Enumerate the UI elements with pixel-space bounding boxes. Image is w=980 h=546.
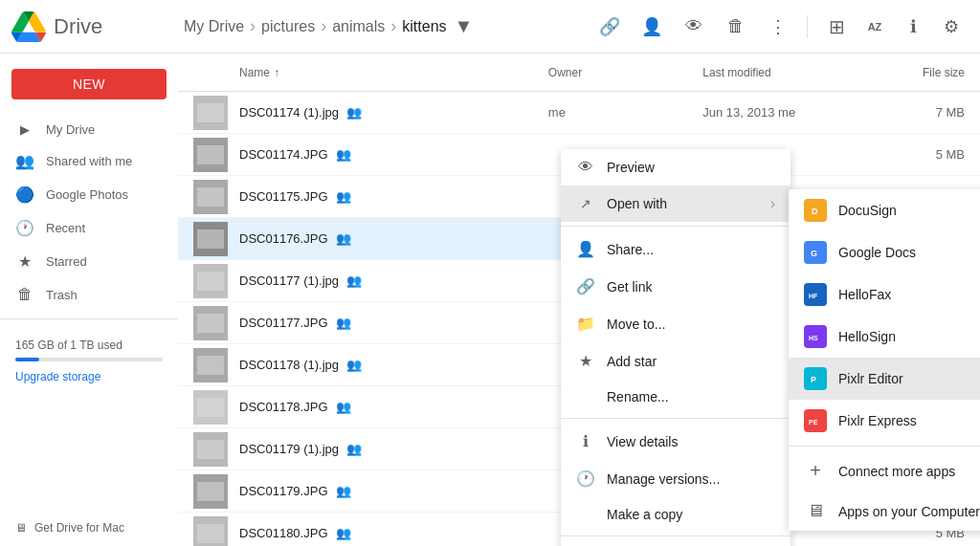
svg-text:P: P [811, 375, 816, 384]
file-thumbnail [193, 390, 228, 425]
submenu-google-docs[interactable]: G Google Docs [789, 231, 980, 273]
submenu-pixlr-editor[interactable]: P Pixlr Editor [789, 358, 980, 400]
svg-rect-15 [197, 398, 224, 417]
submenu-hellofax[interactable]: HF HelloFax [789, 273, 980, 316]
add-person-button[interactable]: 👤 [635, 10, 669, 44]
file-size: 5 MB [888, 147, 965, 162]
svg-text:HF: HF [809, 293, 818, 299]
header: Drive My Drive › pictures › animals › ki… [0, 0, 980, 54]
file-name: DSC01177.JPG [239, 316, 328, 330]
submenu-hellosign[interactable]: HS HelloSign [789, 316, 980, 358]
file-name-cell: DSC01174.JPG 👥 [239, 147, 548, 162]
sidebar-item-label-starred: Starred [46, 254, 87, 269]
ctx-manage-versions[interactable]: 🕐 Manage versions... [561, 460, 791, 497]
preview-ctx-icon: 👁 [576, 159, 595, 176]
settings-button[interactable]: ⚙ [934, 10, 969, 44]
breadcrumb-pictures[interactable]: pictures [261, 18, 315, 35]
file-name-cell: DSC01177 (1).jpg 👥 [239, 273, 548, 288]
upgrade-storage-button[interactable]: Upgrade storage [15, 370, 100, 383]
file-thumbnail [193, 138, 228, 172]
ctx-view-details[interactable]: ℹ View details [561, 423, 791, 460]
storage-section: 165 GB of 1 TB used Upgrade storage [0, 327, 178, 395]
sidebar: NEW ▶ My Drive 👥 Shared with me 🔵 Google… [0, 54, 178, 546]
get-link-ctx-icon: 🔗 [576, 277, 595, 295]
submenu-pixlr-express[interactable]: PE Pixlr Express [789, 400, 980, 442]
ctx-open-with[interactable]: ↗ Open with › [561, 186, 791, 222]
more-options-button[interactable]: ⋮ [761, 10, 795, 44]
ctx-preview[interactable]: 👁 Preview [561, 149, 791, 186]
file-list-header: Name ↑ Owner Last modified File size [178, 54, 980, 92]
link-button[interactable]: 🔗 [592, 10, 627, 44]
column-size: File size [888, 66, 965, 79]
sidebar-item-photos[interactable]: 🔵 Google Photos [0, 178, 170, 211]
svg-text:D: D [812, 207, 818, 216]
sidebar-item-label-my-drive: My Drive [46, 122, 95, 137]
breadcrumb-animals[interactable]: animals [332, 18, 385, 35]
new-button[interactable]: NEW [11, 69, 167, 99]
submenu-apps-computer[interactable]: 🖥 Apps on your Computer [789, 491, 980, 531]
shared-icon: 👥 [15, 152, 34, 170]
file-thumbnail [193, 264, 228, 298]
grid-view-button[interactable]: ⊞ [819, 10, 854, 44]
shared-indicator-icon: 👥 [346, 442, 362, 456]
submenu-connect-apps[interactable]: + Connect more apps [789, 450, 980, 491]
breadcrumb-dropdown-icon[interactable]: ▼ [455, 15, 474, 37]
svg-rect-7 [197, 229, 224, 249]
sidebar-item-starred[interactable]: ★ Starred [0, 245, 170, 278]
column-name[interactable]: Name ↑ [239, 66, 548, 79]
ctx-download[interactable]: ⬇ Download [561, 540, 791, 546]
ctx-add-star[interactable]: ★ Add star [561, 342, 791, 380]
delete-button[interactable]: 🗑 [719, 10, 753, 44]
svg-text:HS: HS [809, 335, 818, 341]
app-title: Drive [54, 14, 102, 39]
get-drive-button[interactable]: 🖥 Get Drive for Mac [0, 510, 178, 546]
file-modified: Jun 13, 2013 me [702, 105, 888, 120]
sidebar-item-shared[interactable]: 👥 Shared with me [0, 144, 170, 178]
file-name-cell: DSC01176.JPG 👥 [239, 231, 548, 246]
ctx-rename[interactable]: Rename... [561, 380, 791, 414]
sidebar-item-trash[interactable]: 🗑 Trash [0, 278, 170, 311]
ctx-share[interactable]: 👤 Share... [561, 230, 791, 268]
ctx-make-copy[interactable]: Make a copy [561, 497, 791, 532]
drive-logo-icon [11, 10, 46, 44]
submenu-docusign[interactable]: D DocuSign [789, 189, 980, 231]
svg-rect-17 [197, 440, 224, 459]
preview-button[interactable]: 👁 [677, 10, 711, 44]
table-row[interactable]: DSC01174 (1).jpg 👥 me Jun 13, 2013 me 7 … [178, 92, 980, 134]
breadcrumb-mydrive[interactable]: My Drive [184, 18, 244, 35]
get-drive-icon: 🖥 [15, 521, 27, 535]
file-name: DSC01174 (1).jpg [239, 105, 339, 120]
open-with-submenu: D DocuSign G Google Docs HF HelloFax [789, 189, 980, 531]
ctx-move-to[interactable]: 📁 Move to... [561, 305, 791, 342]
docusign-icon: D [804, 199, 827, 222]
google-docs-label: Google Docs [838, 245, 916, 260]
google-docs-icon: G [804, 241, 827, 264]
open-with-ctx-icon: ↗ [576, 196, 595, 211]
ctx-get-link[interactable]: 🔗 Get link [561, 268, 791, 305]
svg-text:PE: PE [809, 419, 818, 426]
info-button[interactable]: ℹ [896, 10, 930, 44]
file-name-cell: DSC01179 (1).jpg 👥 [239, 442, 548, 456]
shared-indicator-icon: 👥 [336, 484, 351, 498]
file-name: DSC01176.JPG [239, 231, 328, 246]
svg-rect-1 [197, 103, 224, 122]
hellofax-label: HelloFax [838, 287, 891, 302]
connect-apps-icon: + [804, 460, 827, 482]
ctx-divider-2 [561, 418, 791, 419]
shared-indicator-icon: 👥 [346, 105, 362, 120]
file-thumbnail [193, 180, 228, 214]
docusign-label: DocuSign [838, 203, 897, 218]
pixlr-editor-icon: P [804, 367, 827, 390]
file-name-cell: DSC01179.JPG 👥 [239, 484, 548, 498]
sidebar-item-recent[interactable]: 🕐 Recent [0, 211, 170, 245]
file-name: DSC01175.JPG [239, 189, 328, 204]
shared-indicator-icon: 👥 [346, 358, 362, 372]
context-menu: 👁 Preview ↗ Open with › 👤 Share... 🔗 Get… [561, 149, 791, 546]
header-divider [807, 15, 808, 38]
svg-text:G: G [811, 249, 817, 258]
breadcrumb-kittens: kittens [402, 18, 446, 35]
file-name-cell: DSC01178.JPG 👥 [239, 400, 548, 414]
sidebar-item-my-drive[interactable]: ▶ My Drive [0, 115, 170, 144]
header-right-actions: ⊞ AZ ℹ ⚙ [819, 10, 969, 44]
sort-button[interactable]: AZ [858, 10, 892, 44]
